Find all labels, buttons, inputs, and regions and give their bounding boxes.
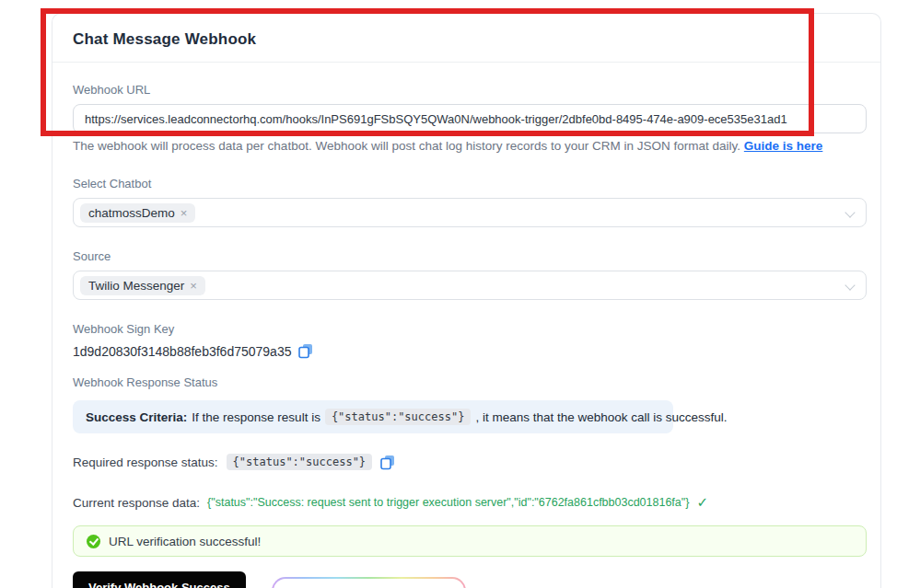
source-select[interactable]: Twilio Messenger×: [73, 271, 867, 300]
response-status-label: Webhook Response Status: [73, 375, 865, 389]
source-tag-remove-icon[interactable]: ×: [190, 280, 197, 292]
webhook-url-input[interactable]: [73, 104, 867, 133]
sign-key-label: Webhook Sign Key: [73, 322, 865, 336]
source-label: Source: [73, 249, 865, 263]
required-status-row: Required response status: {"status":"suc…: [73, 454, 865, 470]
webhook-help-text: The webhook will process data per chatbo…: [73, 139, 865, 153]
chatbot-tag: chatmossDemo×: [80, 203, 195, 223]
card-header: Chat Message Webhook: [52, 14, 880, 63]
webhook-url-label: Webhook URL: [73, 83, 865, 97]
success-criteria-post: , it means that the webhook call is succ…: [475, 410, 727, 424]
verify-webhook-button[interactable]: Verify Webhook Success: [73, 571, 246, 588]
required-status-label: Required response status:: [73, 455, 218, 469]
select-chatbot-label: Select Chatbot: [73, 177, 865, 190]
sign-key-value: 1d9d20830f3148b88feb3f6d75079a35: [73, 344, 291, 359]
copy-icon[interactable]: [298, 343, 313, 359]
help-text-body: The webhook will process data per chatbo…: [73, 139, 744, 153]
source-tag: Twilio Messenger×: [80, 276, 205, 295]
chatbot-tag-label: chatmossDemo: [88, 206, 175, 220]
chevron-down-icon: [846, 209, 855, 217]
required-status-code: {"status":"success"}: [227, 454, 373, 470]
url-verification-alert: URL verification successful!: [73, 525, 867, 557]
success-criteria-pre: If the response result is: [192, 410, 320, 424]
check-circle-icon: [87, 535, 100, 548]
chevron-down-icon: [846, 282, 855, 290]
source-tag-label: Twilio Messenger: [88, 279, 184, 293]
alert-text: URL verification successful!: [109, 535, 261, 548]
current-response-label: Current response data:: [73, 496, 200, 510]
sign-key-row: 1d9d20830f3148b88feb3f6d75079a35: [73, 343, 865, 359]
guide-link[interactable]: Guide is here: [744, 139, 823, 153]
page: Chat Message Webhook Webhook URL The web…: [0, 0, 897, 588]
chatbot-tag-remove-icon[interactable]: ×: [181, 207, 188, 219]
rainbow-border-box: [272, 577, 466, 588]
chatbot-select[interactable]: chatmossDemo×: [73, 198, 867, 227]
page-title: Chat Message Webhook: [73, 30, 860, 49]
current-response-value: {"status":"Success: request sent to trig…: [207, 496, 689, 509]
success-criteria-code: {"status":"success"}: [325, 409, 472, 425]
current-response-row: Current response data: {"status":"Succes…: [73, 494, 865, 511]
rainbow-border-box-inner: [274, 579, 464, 588]
webhook-settings-card: Chat Message Webhook Webhook URL The web…: [52, 13, 881, 588]
success-criteria-box: Success Criteria: If the response result…: [73, 400, 673, 433]
card-body: Webhook URL The webhook will process dat…: [52, 63, 880, 588]
success-criteria-bold: Success Criteria:: [86, 410, 187, 424]
copy-icon[interactable]: [380, 455, 395, 470]
check-icon: ✓: [696, 494, 708, 511]
